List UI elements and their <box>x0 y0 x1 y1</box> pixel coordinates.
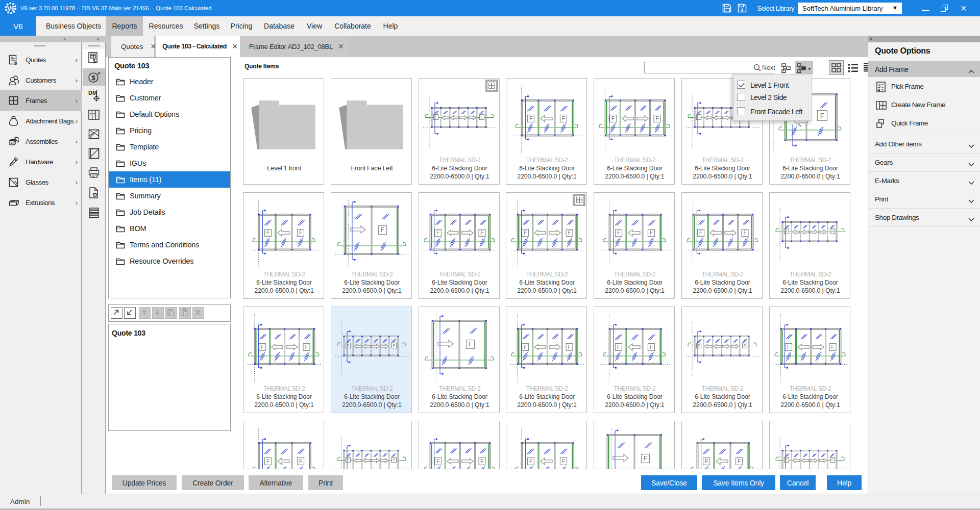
svg-text:2200.0-6500.0 | Qty:1: 2200.0-6500.0 | Qty:1 <box>693 287 752 294</box>
svg-text:6-Lite Stacking Door: 6-Lite Stacking Door <box>344 279 400 286</box>
svg-text:F: F <box>738 458 741 464</box>
svg-text:$: $ <box>93 59 96 64</box>
svg-text:6-Lite Stacking Door: 6-Lite Stacking Door <box>520 393 575 400</box>
svg-text:2200.0-6500.0 | Qty:1: 2200.0-6500.0 | Qty:1 <box>518 401 577 409</box>
svg-text:F: F <box>744 344 746 347</box>
svg-text:F: F <box>436 458 439 464</box>
svg-text:THERMAL SD-2: THERMAL SD-2 <box>351 271 393 278</box>
svg-text:F: F <box>644 455 647 462</box>
svg-text:F: F <box>480 115 482 119</box>
svg-text:F: F <box>381 226 384 234</box>
svg-text:THERMAL SD-2: THERMAL SD-2 <box>790 271 831 278</box>
svg-text:F: F <box>820 112 825 120</box>
svg-text:2200.0-6500.0 | Qty:1: 2200.0-6500.0 | Qty:1 <box>518 173 577 180</box>
svg-text:F: F <box>650 344 653 350</box>
svg-text:2200.0-6500.0 | Qty:1: 2200.0-6500.0 | Qty:1 <box>780 401 840 409</box>
svg-text:F: F <box>831 458 834 462</box>
svg-text:F: F <box>562 116 565 121</box>
svg-text:6-Lite Stacking Door: 6-Lite Stacking Door <box>256 393 312 400</box>
svg-text:F: F <box>617 230 620 236</box>
svg-text:6-Lite Stacking Door: 6-Lite Stacking Door <box>520 165 575 172</box>
svg-text:F: F <box>266 230 270 236</box>
svg-text:2200.0-6500.0 | Qty:1: 2200.0-6500.0 | Qty:1 <box>254 401 314 409</box>
svg-text:F: F <box>436 230 439 236</box>
svg-text:2200.0-6500.0 | Qty:1: 2200.0-6500.0 | Qty:1 <box>518 287 577 294</box>
svg-text:Level 1 front: Level 1 front <box>267 164 301 172</box>
svg-text:6-Lite Stacking Door: 6-Lite Stacking Door <box>782 279 838 286</box>
svg-text:THERMAL SD-2: THERMAL SD-2 <box>614 157 656 164</box>
svg-text:F: F <box>524 344 527 350</box>
svg-text:2200.0-6500.0 | Qty:1: 2200.0-6500.0 | Qty:1 <box>605 287 665 294</box>
svg-text:2200.0-6500.0 | Qty:1: 2200.0-6500.0 | Qty:1 <box>693 173 752 180</box>
svg-text:6-Lite Stacking Door: 6-Lite Stacking Door <box>607 165 663 172</box>
svg-text:6-Lite Stacking Door: 6-Lite Stacking Door <box>695 393 750 400</box>
svg-text:V6: V6 <box>7 5 15 12</box>
svg-text:$: $ <box>14 61 17 65</box>
svg-text:2200.0-6500.0 | Qty:1: 2200.0-6500.0 | Qty:1 <box>430 401 489 409</box>
svg-text:THERMAL SD-2: THERMAL SD-2 <box>702 157 744 164</box>
svg-text:THERMAL SD-2: THERMAL SD-2 <box>702 271 744 278</box>
svg-text:2200.0-6500.0 | Qty:1: 2200.0-6500.0 | Qty:1 <box>342 287 402 294</box>
svg-text:6-Lite Stacking Door: 6-Lite Stacking Door <box>256 279 312 286</box>
svg-text:F: F <box>617 344 620 350</box>
svg-text:2200.0-6500.0 | Qty:1: 2200.0-6500.0 | Qty:1 <box>430 173 489 180</box>
svg-text:2200.0-6500.0 | Qty:1: 2200.0-6500.0 | Qty:1 <box>342 401 402 409</box>
svg-text:F: F <box>568 344 571 350</box>
svg-text:2200.0-6500.0 | Qty:1: 2200.0-6500.0 | Qty:1 <box>254 287 314 294</box>
svg-text:F: F <box>299 230 302 236</box>
svg-text:F: F <box>305 344 308 350</box>
svg-text:F: F <box>393 344 395 347</box>
svg-text:F: F <box>831 230 834 233</box>
svg-text:F: F <box>529 458 532 464</box>
svg-text:F: F <box>831 344 834 350</box>
svg-text:THERMAL SD-2: THERMAL SD-2 <box>790 157 831 164</box>
svg-text:F: F <box>787 344 790 350</box>
svg-text:THERMAL SD-2: THERMAL SD-2 <box>438 385 480 392</box>
svg-text:2200.0-6500.0 | Qty:1: 2200.0-6500.0 | Qty:1 <box>780 173 840 180</box>
svg-text:F: F <box>562 458 565 464</box>
svg-text:6-Lite Stacking Door: 6-Lite Stacking Door <box>695 279 750 286</box>
svg-text:F: F <box>705 458 708 464</box>
svg-text:F: F <box>743 230 746 236</box>
svg-text:6-Lite Stacking Door: 6-Lite Stacking Door <box>782 393 838 400</box>
svg-text:6-Lite Stacking Door: 6-Lite Stacking Door <box>520 279 575 286</box>
svg-text:THERMAL SD-2: THERMAL SD-2 <box>351 385 393 392</box>
svg-text:F: F <box>524 230 527 236</box>
svg-text:F: F <box>480 230 483 236</box>
svg-text:THERMAL SD-2: THERMAL SD-2 <box>526 157 568 164</box>
svg-text:6-Lite Stacking Door: 6-Lite Stacking Door <box>695 165 750 172</box>
svg-text:F: F <box>611 116 615 121</box>
svg-text:THERMAL SD-2: THERMAL SD-2 <box>263 385 305 392</box>
svg-text:THERMAL SD-2: THERMAL SD-2 <box>614 271 656 278</box>
svg-text:6-Lite Stacking Door: 6-Lite Stacking Door <box>432 165 487 172</box>
svg-text:6-Lite Stacking Door: 6-Lite Stacking Door <box>607 393 663 400</box>
svg-text:2200.0-6500.0 | Qty:1: 2200.0-6500.0 | Qty:1 <box>780 287 840 294</box>
svg-text:F: F <box>529 116 532 121</box>
svg-text:6-Lite Stacking Door: 6-Lite Stacking Door <box>432 279 487 286</box>
svg-text:THERMAL SD-2: THERMAL SD-2 <box>614 385 656 392</box>
svg-text:F: F <box>468 341 472 348</box>
svg-text:F: F <box>393 458 395 462</box>
svg-text:2200.0-6500.0 | Qty:1: 2200.0-6500.0 | Qty:1 <box>605 401 665 409</box>
svg-text:F: F <box>299 458 302 464</box>
svg-text:2200.0-6500.0 | Qty:1: 2200.0-6500.0 | Qty:1 <box>693 401 752 409</box>
svg-text:DM: DM <box>88 90 97 96</box>
svg-text:Front Face Left: Front Face Left <box>351 164 393 172</box>
svg-text:THERMAL SD-2: THERMAL SD-2 <box>790 385 831 392</box>
svg-text:2200.0-6500.0 | Qty:1: 2200.0-6500.0 | Qty:1 <box>430 287 489 294</box>
svg-text:6-Lite Stacking Door: 6-Lite Stacking Door <box>432 393 487 400</box>
svg-text:$: $ <box>91 74 95 82</box>
svg-text:6-Lite Stacking Door: 6-Lite Stacking Door <box>344 393 400 400</box>
svg-text:F: F <box>568 230 571 236</box>
svg-text:THERMAL SD-2: THERMAL SD-2 <box>438 157 480 164</box>
svg-text:2200.0-6500.0 | Qty:1: 2200.0-6500.0 | Qty:1 <box>605 173 665 180</box>
svg-text:THERMAL SD-2: THERMAL SD-2 <box>526 271 568 278</box>
svg-text:THERMAL SD-2: THERMAL SD-2 <box>438 271 480 278</box>
svg-text:F: F <box>650 230 653 236</box>
svg-text:THERMAL SD-2: THERMAL SD-2 <box>263 271 305 278</box>
svg-text:F: F <box>656 116 659 121</box>
svg-text:F: F <box>261 344 264 350</box>
svg-text:F: F <box>480 458 483 464</box>
svg-text:F: F <box>266 458 270 464</box>
svg-text:6-Lite Stacking Door: 6-Lite Stacking Door <box>607 279 663 286</box>
